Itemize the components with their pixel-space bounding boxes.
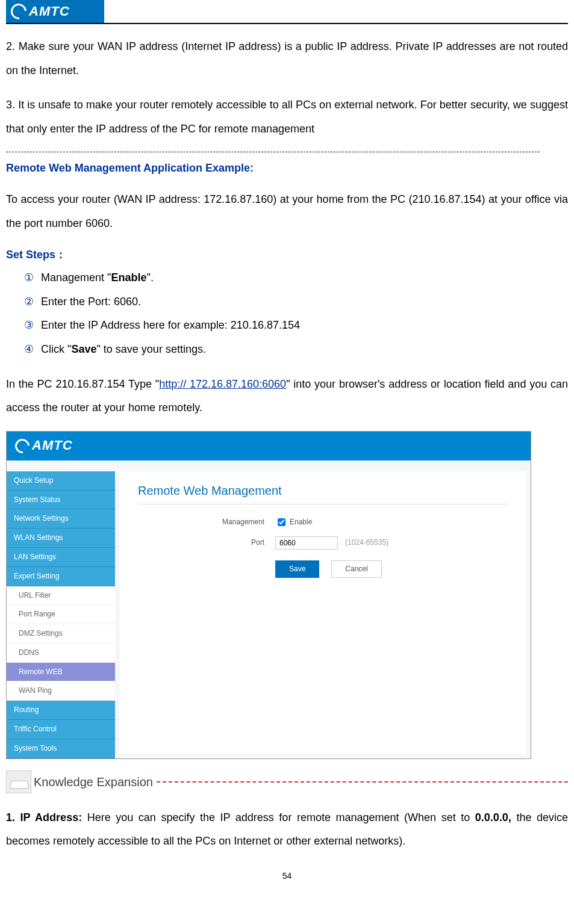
router-logo-text: AMTC — [32, 436, 73, 455]
book-icon — [6, 771, 31, 793]
submenu-dmz[interactable]: DMZ Settings — [7, 624, 115, 643]
step-2: ②Enter the Port: 6060. — [14, 290, 568, 314]
router-ui-screenshot: AMTC ? Quick Setup System Status Network… — [6, 431, 531, 759]
submenu-port[interactable]: Port Range — [7, 605, 115, 624]
heading-example: Remote Web Management Application Exampl… — [6, 160, 568, 177]
menu-lan[interactable]: LAN Settings — [7, 548, 115, 567]
menu-traffic[interactable]: Triffic Control — [7, 720, 115, 739]
submenu-url[interactable]: URL Filter — [7, 586, 115, 606]
step-num-3: ③ — [24, 314, 41, 338]
paragraph-2: 2. Make sure your WAN IP address (Intern… — [6, 35, 568, 82]
content-title: Remote Web Management — [138, 482, 508, 504]
submenu-ddns[interactable]: DDNS — [7, 643, 115, 663]
page-number: 54 — [6, 867, 568, 885]
step-num-2: ② — [24, 290, 41, 314]
router-content: Remote Web Management Management Enable … — [120, 471, 526, 754]
row-port: Port (1024-65535) — [138, 536, 508, 550]
knowledge-expansion-title: Knowledge Expansion — [34, 769, 153, 795]
row-management: Management Enable — [138, 516, 508, 528]
menu-expert[interactable]: Expert Setting — [7, 567, 115, 586]
cancel-button[interactable]: Cancel — [331, 560, 381, 578]
menu-wlan[interactable]: WLAN Settings — [7, 529, 115, 548]
button-row: Save Cancel — [275, 560, 508, 578]
dashed-separator — [6, 152, 540, 152]
steps-list: ①Management "Enable". ②Enter the Port: 6… — [6, 266, 568, 361]
step-num-1: ① — [24, 266, 41, 290]
red-dashed-rule — [157, 781, 568, 783]
router-swirl-icon — [12, 436, 33, 456]
label-management: Management — [138, 517, 275, 527]
knowledge-expansion-header: Knowledge Expansion — [6, 769, 568, 795]
menu-routing[interactable]: Routing — [7, 701, 115, 720]
router-sidebar: Quick Setup System Status Network Settin… — [7, 460, 115, 758]
port-input[interactable] — [275, 536, 338, 550]
menu-network[interactable]: Network Settings — [7, 509, 115, 529]
doc-logo: AMTC — [6, 0, 104, 23]
port-range-hint: (1024-65535) — [345, 538, 388, 548]
label-enable: Enable — [290, 517, 312, 527]
doc-logo-text: AMTC — [29, 0, 70, 26]
header-rule — [6, 23, 568, 24]
submenu-remote-web[interactable]: Remote WEB — [7, 663, 115, 682]
submenu-wan-ping[interactable]: WAN Ping — [7, 681, 115, 701]
swirl-icon — [8, 1, 30, 23]
menu-system-status[interactable]: System Status — [7, 491, 115, 510]
paragraph-ip-address: 1. IP Address: Here you can specify the … — [6, 806, 568, 854]
menu-system-tools[interactable]: System Tools — [7, 739, 115, 758]
menu-quick-setup[interactable]: Quick Setup — [7, 471, 115, 491]
router-topbar: AMTC — [7, 432, 531, 460]
step-3: ③Enter the IP Address here for example: … — [14, 314, 568, 338]
paragraph-3: 3. It is unsafe to make your router remo… — [6, 93, 568, 141]
step-4: ④Click "Save" to save your settings. — [14, 338, 568, 362]
step-num-4: ④ — [24, 338, 41, 362]
example-url-link[interactable]: http:// 172.16.87.160:6060 — [159, 378, 286, 390]
save-button[interactable]: Save — [275, 560, 319, 578]
paragraph-access: In the PC 210.16.87.154 Type "http:// 17… — [6, 373, 568, 420]
enable-checkbox[interactable] — [278, 518, 285, 526]
label-port: Port — [138, 538, 275, 548]
example-intro: To access your router (WAN IP address: 1… — [6, 188, 568, 235]
step-1: ①Management "Enable". — [14, 266, 568, 290]
heading-steps: Set Steps： — [6, 246, 568, 264]
